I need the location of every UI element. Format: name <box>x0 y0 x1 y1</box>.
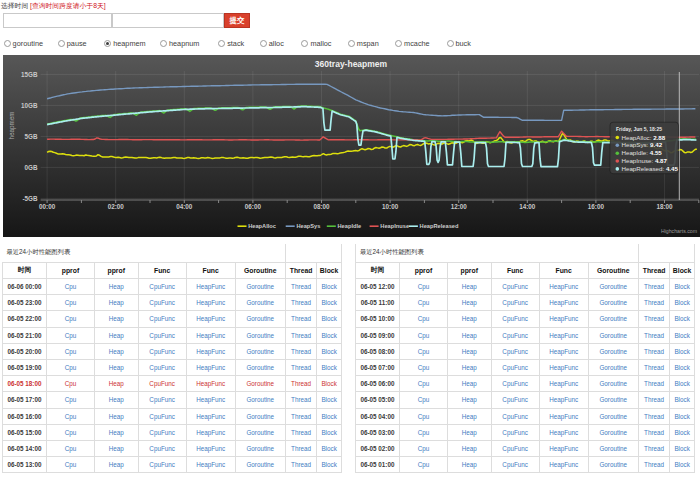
svg-text:HeapSys: HeapSys <box>296 223 320 229</box>
svg-text:HeapAlloc: HeapAlloc <box>248 223 276 229</box>
svg-text:15GB: 15GB <box>21 71 38 78</box>
svg-text:Highcharts.com: Highcharts.com <box>661 228 697 234</box>
svg-text:0GB: 0GB <box>25 164 38 171</box>
svg-text:360tray-heapmem: 360tray-heapmem <box>315 59 388 69</box>
svg-text:HeapInuse: HeapInuse <box>380 223 409 229</box>
svg-text:HeapReleased: 4.45: HeapReleased: 4.45 <box>622 165 679 172</box>
svg-text:heapmem: heapmem <box>8 111 16 139</box>
svg-text:14:00: 14:00 <box>519 203 536 210</box>
svg-text:HeapIdle: 4.55: HeapIdle: 4.55 <box>622 149 663 156</box>
svg-text:06:00: 06:00 <box>245 203 262 210</box>
svg-text:10:00: 10:00 <box>382 203 399 210</box>
svg-text:08:00: 08:00 <box>313 203 330 210</box>
svg-text:10GB: 10GB <box>21 102 38 109</box>
svg-text:18:00: 18:00 <box>656 203 673 210</box>
svg-text:02:00: 02:00 <box>108 203 125 210</box>
svg-text:HeapInuse: 4.87: HeapInuse: 4.87 <box>622 157 668 164</box>
svg-text:04:00: 04:00 <box>176 203 193 210</box>
svg-text:-5GB: -5GB <box>22 195 37 202</box>
svg-text:Friday, Jun 5, 18:25: Friday, Jun 5, 18:25 <box>616 126 662 132</box>
svg-text:HeapSys: 9.42: HeapSys: 9.42 <box>622 141 663 148</box>
svg-text:5GB: 5GB <box>25 133 38 140</box>
svg-text:12:00: 12:00 <box>451 203 468 210</box>
svg-text:16:00: 16:00 <box>588 203 605 210</box>
svg-text:HeapReleased: HeapReleased <box>420 223 459 229</box>
svg-text:00:00: 00:00 <box>39 203 56 210</box>
svg-text:HeapIdle: HeapIdle <box>338 223 362 229</box>
svg-text:HeapAlloc: 2.88: HeapAlloc: 2.88 <box>622 134 666 141</box>
